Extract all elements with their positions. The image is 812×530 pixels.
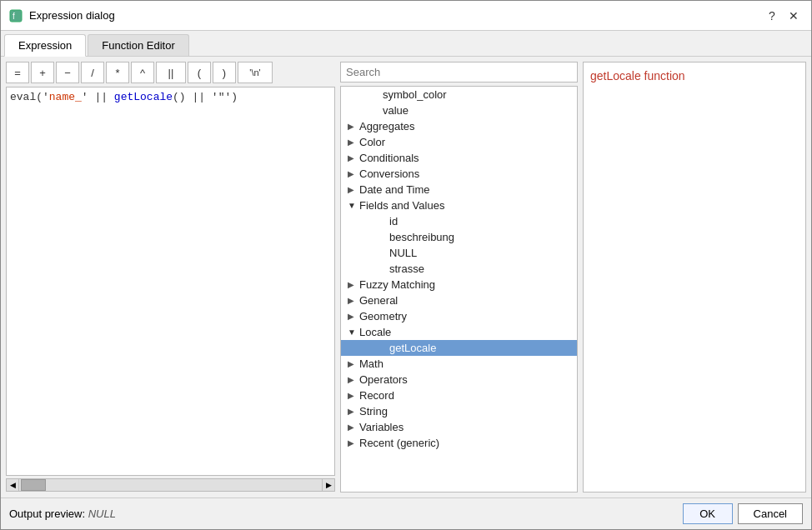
scrollbar-track (19, 478, 322, 492)
tree-item-datetime[interactable]: ▶ Date and Time (341, 182, 577, 198)
tabs-bar: Expression Function Editor (1, 31, 811, 57)
tree-item-record[interactable]: ▶ Record (341, 388, 577, 403)
dialog-title: Expression dialog (29, 9, 115, 22)
power-button[interactable]: ^ (131, 62, 154, 83)
bottom-bar: Output preview: NULL OK Cancel (1, 498, 811, 529)
info-box: getLocale function (583, 62, 806, 492)
middle-panel: symbol_color value ▶ Aggregates ▶ Color (340, 62, 578, 492)
multiply-button[interactable]: * (106, 62, 129, 83)
tree-item-aggregates[interactable]: ▶ Aggregates (341, 118, 577, 134)
title-bar: f Expression dialog ? ✕ (1, 1, 811, 31)
function-tree: symbol_color value ▶ Aggregates ▶ Color (340, 86, 578, 492)
plus-button[interactable]: + (31, 62, 54, 83)
scroll-left-button[interactable]: ◀ (6, 478, 19, 492)
tree-item-operators[interactable]: ▶ Operators (341, 372, 577, 388)
ok-button[interactable]: OK (683, 503, 733, 524)
tree-item-strasse[interactable]: strasse (341, 261, 577, 277)
tree-item-value[interactable]: value (341, 102, 577, 118)
output-value: NULL (88, 508, 116, 520)
close-paren-button[interactable]: ) (213, 62, 236, 83)
newline-button[interactable]: '\n' (238, 62, 273, 83)
expression-dialog: f Expression dialog ? ✕ Expression Funct… (0, 0, 812, 530)
tree-item-fields-values[interactable]: ▼ Fields and Values (341, 198, 577, 213)
bottom-buttons: OK Cancel (683, 503, 803, 524)
tree-item-symbol-color[interactable]: symbol_color (341, 87, 577, 102)
divide-button[interactable]: / (81, 62, 104, 83)
tree-item-geometry[interactable]: ▶ Geometry (341, 308, 577, 324)
tree-item-getlocale[interactable]: getLocale (341, 340, 577, 356)
svg-text:f: f (13, 12, 15, 21)
scrollbar-thumb[interactable] (21, 479, 46, 491)
tree-item-null[interactable]: NULL (341, 245, 577, 261)
tree-item-color[interactable]: ▶ Color (341, 134, 577, 150)
tree-item-conversions[interactable]: ▶ Conversions (341, 166, 577, 182)
minus-button[interactable]: − (56, 62, 79, 83)
close-button[interactable]: ✕ (784, 7, 803, 25)
right-panel: getLocale function (583, 62, 806, 492)
scroll-right-button[interactable]: ▶ (322, 478, 335, 492)
output-preview: Output preview: NULL (9, 508, 116, 520)
tree-item-recent[interactable]: ▶ Recent (generic) (341, 435, 577, 451)
concat-button[interactable]: || (156, 62, 186, 83)
tree-item-locale[interactable]: ▼ Locale (341, 324, 577, 340)
open-paren-button[interactable]: ( (188, 62, 211, 83)
tree-item-fuzzy[interactable]: ▶ Fuzzy Matching (341, 277, 577, 292)
tree-item-variables[interactable]: ▶ Variables (341, 419, 577, 435)
tree-item-general[interactable]: ▶ General (341, 292, 577, 308)
toolbar: = + − / * ^ || ( ) '\n' (6, 62, 335, 83)
tab-function-editor[interactable]: Function Editor (88, 34, 188, 56)
left-panel: = + − / * ^ || ( ) '\n' eval('name_' || … (6, 62, 335, 492)
help-button[interactable]: ? (763, 7, 781, 25)
tree-item-string[interactable]: ▶ String (341, 403, 577, 419)
tree-item-conditionals[interactable]: ▶ Conditionals (341, 150, 577, 166)
tab-expression[interactable]: Expression (4, 34, 86, 57)
tree-item-id[interactable]: id (341, 213, 577, 229)
dialog-icon: f (9, 9, 23, 22)
tree-item-beschreibung[interactable]: beschreibung (341, 229, 577, 245)
horizontal-scrollbar: ◀ ▶ (6, 478, 335, 492)
expression-editor[interactable]: eval('name_' || getLocale() || '"') (6, 87, 335, 476)
cancel-button[interactable]: Cancel (738, 503, 803, 524)
info-title: getLocale function (590, 69, 799, 82)
equals-button[interactable]: = (6, 62, 29, 83)
tree-item-math[interactable]: ▶ Math (341, 356, 577, 372)
search-input[interactable] (340, 62, 578, 82)
main-content: = + − / * ^ || ( ) '\n' eval('name_' || … (1, 57, 811, 498)
